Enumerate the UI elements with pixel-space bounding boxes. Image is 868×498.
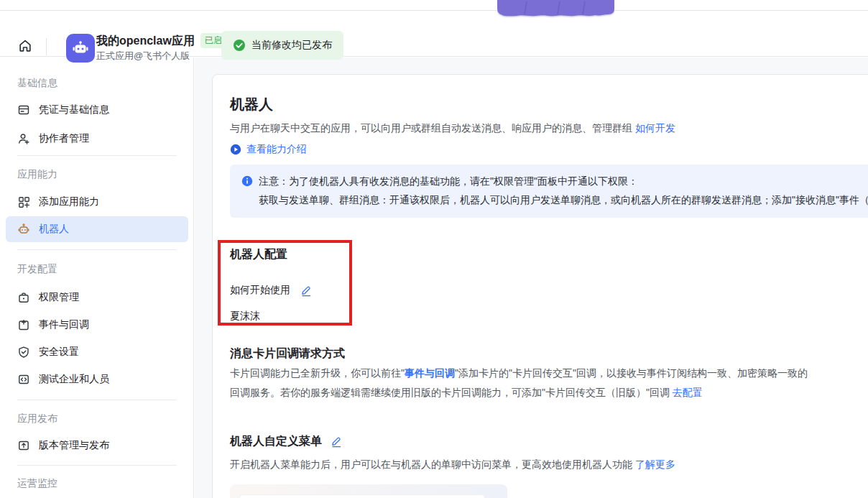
card-body-text-1: 卡片回调能力已全新升级，你可以前往" — [230, 367, 405, 379]
configure-link[interactable]: 去配置 — [673, 387, 703, 398]
sidebar-divider — [17, 465, 177, 466]
bot-name: 夏沫沫 — [230, 310, 260, 323]
edit-usage-button[interactable] — [300, 285, 313, 297]
sidebar-item-label: 机器人 — [39, 223, 69, 236]
sidebar-item-add-capability[interactable]: 添加应用能力 — [0, 189, 194, 215]
user-plus-icon — [17, 132, 30, 145]
sidebar-divider — [17, 249, 177, 250]
sidebar-group-app-capability: 应用能力 — [17, 168, 57, 181]
sidebar-item-label: 事件与回调 — [39, 318, 89, 331]
usage-label: 如何开始使用 — [230, 284, 290, 297]
sidebar-nav: 基础信息 凭证与基础信息 协作者管理 应用能力 添加应用能力 机器人 开发配置 … — [0, 57, 194, 498]
edit-pencil-icon — [331, 435, 343, 448]
learn-more-link[interactable]: 了解更多 — [635, 458, 675, 470]
sidebar-item-events-callbacks[interactable]: 事件与回调 — [0, 312, 194, 338]
code-icon — [17, 373, 30, 386]
sidebar-item-collaborators[interactable]: 协作者管理 — [0, 126, 194, 152]
sidebar-group-app-release: 应用发布 — [17, 412, 57, 425]
purple-overlay-shape — [497, 0, 614, 18]
upload-icon — [17, 439, 30, 452]
sidebar-group-dev-config: 开发配置 — [17, 263, 57, 276]
menu-preview-image — [230, 484, 507, 498]
description-text: 与用户在聊天中交互的应用，可以向用户或群组自动发送消息、响应用户的消息、管理群组 — [230, 122, 635, 134]
sidebar-item-label: 版本管理与发布 — [39, 439, 109, 452]
usage-row: 如何开始使用 — [230, 284, 313, 297]
capability-intro-text: 查看能力介绍 — [246, 143, 307, 156]
menu-preview-inner-card — [240, 495, 484, 498]
events-callback-link[interactable]: 事件与回调 — [405, 367, 455, 379]
bot-settings-panel: 机器人 与用户在聊天中交互的应用，可以向用户或群组自动发送消息、响应用户的消息、… — [212, 74, 868, 498]
how-to-develop-link[interactable]: 如何开发 — [635, 122, 675, 134]
sidebar-item-credentials[interactable]: 凭证与基础信息 — [0, 97, 194, 123]
sidebar-group-ops-monitoring: 运营监控 — [17, 477, 57, 490]
card-callback-body: 卡片回调能力已全新升级，你可以前往"事件与回调"添加卡片的"卡片回传交互"回调，… — [230, 364, 808, 402]
sidebar-group-basic-info: 基础信息 — [17, 77, 57, 90]
menu-body-text: 开启机器人菜单能力后，用户可以在与机器人的单聊中访问菜单，更高效地使用机器人功能 — [230, 458, 635, 470]
app-header: 我的openclaw应用已启用 正式应用@飞书个人版 当前修改均已发布 — [0, 11, 868, 57]
home-icon — [17, 38, 33, 54]
capability-intro-link[interactable]: 查看能力介绍 — [230, 143, 307, 156]
edit-pencil-icon — [300, 285, 313, 297]
edit-menu-button[interactable] — [331, 435, 343, 448]
sidebar-item-security[interactable]: 安全设置 — [0, 339, 194, 365]
sidebar-item-label: 协作者管理 — [39, 132, 89, 145]
play-circle-icon — [230, 144, 241, 155]
home-button[interactable] — [17, 38, 34, 55]
card-callback-title: 消息卡片回调请求方式 — [230, 346, 345, 361]
sidebar-item-permissions[interactable]: 权限管理 — [0, 285, 194, 310]
sidebar-item-label: 权限管理 — [39, 291, 79, 304]
app-name: 我的openclaw应用已启用 — [96, 33, 235, 49]
sidebar-item-test-company[interactable]: 测试企业和人员 — [0, 366, 194, 392]
grid-plus-icon — [17, 195, 30, 208]
event-plus-icon — [17, 318, 30, 331]
id-card-icon — [17, 103, 30, 116]
header-divider — [46, 38, 47, 55]
publish-status-text: 当前修改均已发布 — [251, 39, 332, 52]
app-avatar — [66, 34, 95, 63]
page-description: 与用户在聊天中交互的应用，可以向用户或群组自动发送消息、响应用户的消息、管理群组… — [230, 122, 675, 135]
custom-menu-title: 机器人自定义菜单 — [230, 434, 322, 449]
sidebar-item-label: 安全设置 — [39, 346, 79, 359]
page-title: 机器人 — [230, 95, 273, 114]
custom-menu-body: 开启机器人菜单能力后，用户可以在与机器人的单聊中访问菜单，更高效地使用机器人功能… — [230, 458, 675, 471]
notice-banner: 注意：为了使机器人具有收发消息的基础功能，请在"权限管理"面板中开通以下权限： … — [230, 165, 868, 218]
briefcase-lock-icon — [17, 291, 30, 304]
sidebar-item-bot[interactable]: 机器人 — [6, 216, 188, 242]
robot-avatar-icon — [71, 39, 90, 57]
check-circle-icon — [233, 39, 246, 52]
notice-line2: 获取与发送单聊、群组消息：开通该权限后，机器人可以向用户发送单聊消息，或向机器人… — [241, 190, 868, 209]
shield-check-icon — [17, 346, 30, 359]
custom-menu-header: 机器人自定义菜单 — [230, 434, 343, 449]
bot-config-title: 机器人配置 — [230, 247, 287, 262]
sidebar-divider — [17, 155, 177, 156]
sidebar-item-label: 测试企业和人员 — [39, 373, 109, 386]
app-subtitle: 正式应用@飞书个人版 — [96, 50, 190, 63]
sidebar-item-version-release[interactable]: 版本管理与发布 — [0, 433, 194, 458]
app-name-text: 我的openclaw应用 — [96, 34, 195, 47]
sidebar-item-label: 添加应用能力 — [39, 195, 99, 208]
robot-icon — [17, 223, 30, 236]
publish-status-pill: 当前修改均已发布 — [221, 31, 343, 60]
sidebar-divider — [17, 400, 177, 400]
sidebar-item-label: 凭证与基础信息 — [39, 103, 109, 116]
notice-line1: 注意：为了使机器人具有收发消息的基础功能，请在"权限管理"面板中开通以下权限： — [259, 172, 638, 190]
info-icon — [241, 175, 253, 187]
